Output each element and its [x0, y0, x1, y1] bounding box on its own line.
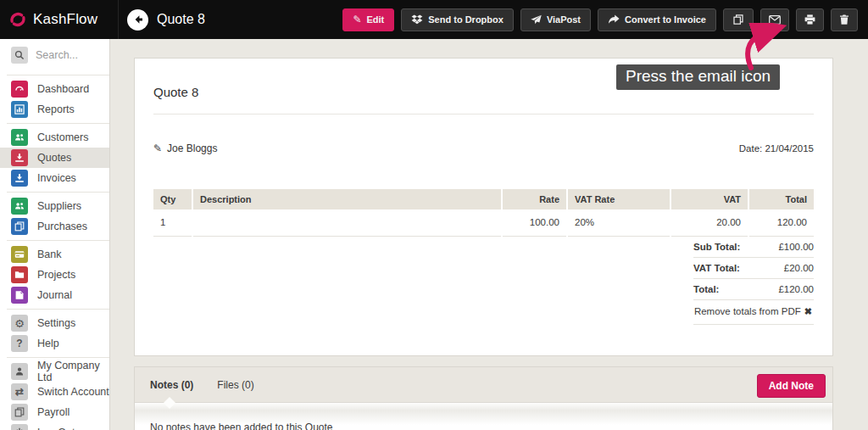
cell-rate: 100.00: [503, 209, 566, 237]
copy-icon: [733, 14, 743, 25]
search-input[interactable]: [36, 49, 100, 61]
sidebar-item-purchases[interactable]: Purchases: [0, 216, 109, 237]
print-button[interactable]: [796, 8, 824, 31]
customers-icon: [11, 129, 28, 146]
page-title: Quote 8: [157, 12, 205, 27]
header-actions: ✎ Edit Send to Dropbox ViaPost Convert t…: [342, 8, 868, 31]
remove-totals-link[interactable]: Remove totals from PDF✖: [693, 300, 814, 325]
tab-files[interactable]: Files (0): [217, 379, 253, 391]
convert-to-invoice-button[interactable]: Convert to Invoice: [598, 8, 716, 31]
total-row: Total: £120.00: [693, 279, 814, 300]
trash-icon: [839, 14, 849, 25]
main-content: Quote 8 ✎ Joe Bloggs Date: 21/04/2015 Qt…: [110, 39, 868, 430]
quote-date: Date: 21/04/2015: [739, 143, 814, 154]
search-row: [0, 39, 109, 71]
vat-total-value: £20.00: [784, 263, 814, 273]
sidebar-item-quotes[interactable]: Quotes: [0, 148, 109, 168]
sidebar-item-invoices[interactable]: Invoices: [0, 168, 109, 188]
total-value: £120.00: [778, 284, 814, 294]
sidebar-item-bank[interactable]: Bank: [0, 244, 109, 265]
sidebar-item-my-company[interactable]: My Company Ltd: [0, 361, 109, 382]
invoices-icon: [11, 170, 28, 187]
switch-arrows-icon: ⇄: [11, 383, 28, 400]
customer-name[interactable]: Joe Bloggs: [167, 142, 217, 154]
edit-customer-pencil-icon[interactable]: ✎: [153, 142, 162, 154]
purchases-icon: [11, 218, 28, 235]
remove-x-icon[interactable]: ✖: [804, 306, 812, 316]
sidebar-item-reports[interactable]: Reports: [0, 99, 109, 120]
cell-qty: 1: [153, 209, 192, 237]
send-to-dropbox-button[interactable]: Send to Dropbox: [401, 8, 514, 31]
notes-card: Notes (0) Files (0) Add Note No notes ha…: [134, 366, 833, 430]
sidebar-item-suppliers[interactable]: Suppliers: [0, 196, 109, 216]
sidebar-item-journal[interactable]: Journal: [0, 285, 109, 305]
quotes-icon: [11, 149, 28, 166]
col-header-description: Description: [193, 189, 501, 209]
col-header-vat: VAT: [671, 189, 748, 209]
sidebar-item-log-out[interactable]: Log Out: [0, 422, 109, 430]
projects-icon: [11, 266, 28, 283]
edit-button[interactable]: ✎ Edit: [342, 8, 394, 31]
email-button[interactable]: [760, 8, 789, 31]
tab-notes[interactable]: Notes (0): [150, 379, 193, 391]
paper-plane-icon: [531, 14, 542, 25]
divider: [7, 75, 109, 75]
sidebar-item-projects[interactable]: Projects: [0, 265, 109, 285]
divider: [7, 309, 109, 310]
convert-arrow-icon: [608, 14, 620, 25]
help-icon: ?: [11, 335, 28, 352]
totals-block: Sub Total: £100.00 VAT Total: £20.00 Tot…: [693, 237, 814, 325]
vat-total-row: VAT Total: £20.00: [693, 258, 814, 279]
email-icon: [769, 15, 781, 25]
sidebar-item-help[interactable]: ? Help: [0, 333, 109, 354]
sidebar-item-customers[interactable]: Customers: [0, 127, 109, 148]
col-header-total: Total: [749, 189, 814, 209]
suppliers-icon: [11, 198, 28, 215]
subtotal-row: Sub Total: £100.00: [693, 237, 814, 258]
viapost-button[interactable]: ViaPost: [520, 8, 591, 31]
add-note-button[interactable]: Add Note: [757, 374, 826, 398]
cell-description: [193, 209, 501, 237]
sidebar: Dashboard Reports Customers Quotes Invoi…: [0, 39, 110, 430]
sidebar-item-dashboard[interactable]: Dashboard: [0, 79, 109, 99]
cell-vat: 20.00: [671, 209, 748, 237]
reports-icon: [11, 101, 28, 118]
person-icon: [11, 363, 28, 380]
dropbox-icon: [411, 14, 423, 25]
col-header-vat-rate: VAT Rate: [568, 189, 670, 209]
dashboard-icon: [11, 81, 28, 98]
divider: [7, 192, 109, 193]
gear-icon: ⚙: [11, 315, 28, 332]
notes-body: No notes have been added to this Quote: [135, 403, 832, 430]
divider: [7, 123, 109, 124]
cell-vat-rate: 20%: [568, 209, 670, 237]
table-header-row: Qty Description Rate VAT Rate VAT Total: [153, 189, 814, 209]
payroll-icon: [11, 404, 28, 421]
search-icon: [11, 47, 28, 64]
brand-name: KashFlow: [33, 11, 97, 28]
divider: [7, 240, 109, 241]
quote-card: Quote 8 ✎ Joe Bloggs Date: 21/04/2015 Qt…: [134, 58, 833, 356]
kashflow-swirl-icon: [8, 10, 27, 29]
delete-button[interactable]: [831, 8, 858, 31]
kashflow-logo[interactable]: KashFlow: [0, 0, 119, 39]
sidebar-item-payroll[interactable]: Payroll: [0, 402, 109, 422]
back-button[interactable]: [127, 9, 148, 31]
sidebar-item-settings[interactable]: ⚙ Settings: [0, 313, 109, 333]
coach-tooltip: Press the email icon: [616, 64, 780, 90]
col-header-rate: Rate: [503, 189, 566, 209]
copy-button[interactable]: [723, 8, 754, 31]
pencil-icon: ✎: [353, 14, 361, 25]
sidebar-item-switch-account[interactable]: ⇄ Switch Account: [0, 382, 109, 402]
top-bar: KashFlow Quote 8 ✎ Edit Send to Dropbox …: [0, 0, 868, 39]
printer-icon: [804, 14, 815, 25]
line-items-table: Qty Description Rate VAT Rate VAT Total …: [153, 189, 814, 237]
cell-total: 120.00: [749, 209, 814, 237]
journal-icon: [11, 287, 28, 304]
notes-empty-message: No notes have been added to this Quote: [150, 422, 817, 430]
table-row: 1 100.00 20% 20.00 120.00: [153, 209, 814, 237]
bank-icon: [11, 246, 28, 263]
subtotal-value: £100.00: [778, 242, 814, 252]
col-header-qty: Qty: [153, 189, 192, 209]
notes-tab-bar: Notes (0) Files (0) Add Note: [135, 367, 832, 403]
